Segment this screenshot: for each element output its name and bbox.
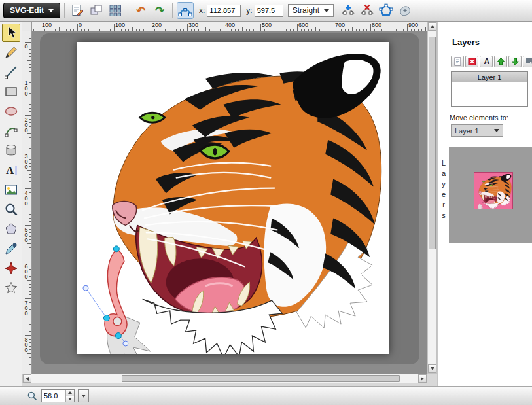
scroll-up-button[interactable] [428,22,436,31]
ruler-tick [378,29,378,31]
ruler-tick [29,104,31,105]
ruler-tick [29,364,31,365]
ruler-tick [253,29,254,31]
ruler-tick [228,29,228,31]
ruler-tick [249,29,250,31]
tool-star[interactable] [2,279,20,297]
raise-layer-button[interactable] [494,56,507,67]
ruler-tick [246,29,247,31]
zoom-input[interactable] [42,390,65,402]
ruler-label: 0 [79,22,82,28]
drawing-canvas[interactable] [77,42,389,354]
tool-select[interactable] [2,24,20,42]
ruler-tick [59,27,60,31]
ruler-tick [25,152,31,152]
path-node[interactable] [103,315,109,321]
ruler-tick [27,317,31,317]
scroll-left-button[interactable] [23,374,31,383]
horizontal-scroll-thumb[interactable] [122,375,400,382]
reorient-path-button[interactable] [397,2,414,19]
ruler-tick [29,71,31,72]
tool-pencil[interactable] [2,43,20,62]
ruler-tick [29,258,31,258]
ruler-tick [165,29,166,31]
redo-button[interactable]: ↷ [151,2,168,19]
zoom-preset-dropdown[interactable] [78,389,89,402]
clone-shape-button[interactable] [88,2,105,19]
arrow-up-icon [495,56,506,67]
delete-layer-button[interactable] [465,56,478,67]
tool-shape-library[interactable] [2,141,20,160]
star-icon [3,280,19,296]
path-node[interactable] [115,333,121,339]
edited-path-shape[interactable] [83,246,128,346]
rename-layer-button[interactable]: A [480,56,493,67]
tool-text[interactable]: A [2,161,20,179]
ruler-tick [139,29,140,31]
control-handle[interactable] [83,285,88,291]
lower-layer-button[interactable] [508,56,522,67]
ruler-tick [213,29,213,31]
vertical-scroll-thumb[interactable] [429,37,436,249]
toolbar-separator [64,3,65,18]
ruler-tick [151,24,151,31]
ruler-tick [283,29,283,31]
y-coordinate-input[interactable] [255,5,283,17]
vertical-scrollbar[interactable] [427,22,437,374]
document-button[interactable] [69,2,86,19]
ruler-tick [29,75,31,75]
layer-menu-button[interactable] [523,56,532,67]
zoom-decrease-button[interactable] [66,396,74,402]
canvas-viewport[interactable] [32,31,427,374]
ruler-tick [311,29,312,31]
open-path-button[interactable] [378,2,395,19]
tool-ellipse[interactable] [2,102,20,120]
rename-layer-icon: A [481,56,492,67]
ruler-label: 200 [152,22,162,28]
new-layer-button[interactable] [451,56,464,67]
layer-row-selected[interactable]: Layer 1 [452,72,527,82]
move-elements-select[interactable]: Layer 1 [451,124,503,137]
tool-connector[interactable] [2,259,20,277]
ruler-tick [414,29,415,31]
tool-image[interactable] [2,181,20,199]
ruler-tick [29,324,31,325]
scroll-right-button[interactable] [418,374,427,383]
ruler-tick [70,29,71,31]
ruler-tick [147,29,147,31]
x-coordinate-input[interactable] [207,5,241,17]
ruler-label: 700 [335,22,345,28]
ruler-tick [29,185,31,185]
sidepanel-handle[interactable]: Layers [438,159,448,222]
zoom-increase-button[interactable] [66,390,74,396]
undo-button[interactable]: ↶ [132,2,149,19]
ruler-tick [275,29,275,31]
link-control-points-toggle[interactable] [177,2,194,19]
ruler-tick [27,133,31,134]
ellipse-icon [3,103,19,119]
tool-line[interactable] [2,63,20,81]
horizontal-scrollbar[interactable] [22,374,427,383]
control-handle[interactable] [123,341,128,346]
segment-type-select[interactable]: Straight [288,4,334,17]
delete-layer-icon [467,56,478,67]
path-node[interactable] [113,246,119,252]
tool-polygon[interactable] [2,220,20,238]
ruler-label: 300 [188,22,198,28]
tool-path[interactable] [2,122,20,140]
canvas-svg[interactable] [77,42,389,354]
tool-zoom[interactable] [2,200,20,219]
scroll-down-button[interactable] [428,364,436,373]
tiger-image[interactable] [107,54,381,354]
bottom-bar [0,386,532,405]
main-menu-button[interactable]: SVG-Edit [3,3,60,18]
ruler-tick [27,280,31,281]
ruler-tick [359,29,360,31]
ruler-tick [425,27,426,31]
add-node-button[interactable] [340,2,357,19]
tool-rectangle[interactable] [2,82,20,101]
grid-button[interactable] [107,2,124,19]
ruler-tick [180,29,181,31]
delete-node-button[interactable] [359,2,376,19]
tool-eyedropper[interactable] [2,239,20,258]
